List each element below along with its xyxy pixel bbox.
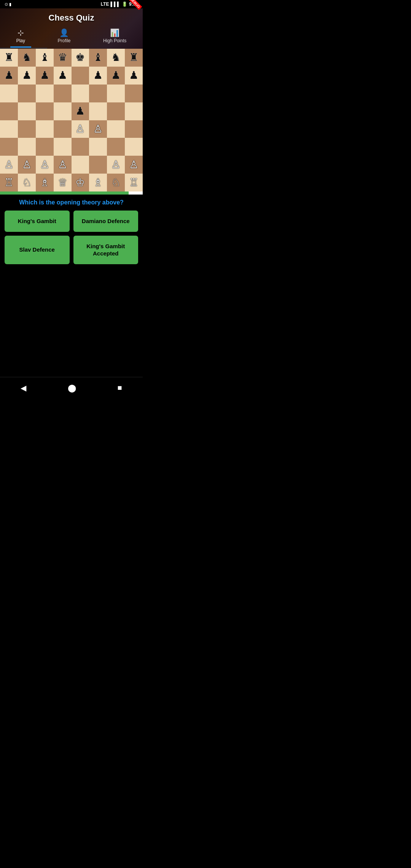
tab-highpoints[interactable]: 📊 High Points xyxy=(97,26,132,48)
cell-2-0 xyxy=(0,85,18,102)
cell-7-7: ♖ xyxy=(125,174,143,191)
cell-6-0: ♙ xyxy=(0,156,18,174)
piece-1-6: ♟ xyxy=(111,70,121,81)
cell-5-1 xyxy=(18,138,36,156)
cell-4-5: ♙ xyxy=(89,120,107,138)
cell-4-7 xyxy=(125,120,143,138)
recent-button[interactable]: ■ xyxy=(110,381,130,394)
piece-0-3: ♛ xyxy=(58,52,67,63)
cell-0-0: ♜ xyxy=(0,49,18,67)
cell-7-1: ♘ xyxy=(18,174,36,191)
cell-6-5 xyxy=(89,156,107,174)
play-icon: ⊹ xyxy=(18,28,24,37)
home-button[interactable]: ⬤ xyxy=(60,381,84,395)
answer-button-2[interactable]: Damiano Defence xyxy=(73,211,139,232)
status-left: ⊙ ▮ xyxy=(5,2,11,7)
cell-2-6 xyxy=(107,85,125,102)
cell-0-3: ♛ xyxy=(54,49,72,67)
cell-1-5: ♟ xyxy=(89,67,107,85)
bottom-nav: ◀ ⬤ ■ xyxy=(0,377,143,401)
piece-0-2: ♝ xyxy=(40,52,49,63)
cell-1-6: ♟ xyxy=(107,67,125,85)
piece-6-6: ♙ xyxy=(111,160,121,170)
tab-profile[interactable]: 👤 Profile xyxy=(51,26,76,48)
piece-7-6: ♘ xyxy=(111,177,121,188)
answer-button-1[interactable]: King's Gambit xyxy=(5,211,70,232)
cell-5-7 xyxy=(125,138,143,156)
cell-0-4: ♚ xyxy=(72,49,89,67)
piece-6-2: ♙ xyxy=(40,160,49,170)
cell-4-3 xyxy=(54,120,72,138)
chess-board: ♜♞♝♛♚♝♞♜♟♟♟♟♟♟♟♟♙♙♙♙♙♙♙♙♖♘♗♕♔♗♘♖ xyxy=(0,49,143,191)
tab-play[interactable]: ⊹ Play xyxy=(10,26,31,48)
nav-tabs: ⊹ Play 👤 Profile 📊 High Points xyxy=(0,26,143,48)
cell-5-2 xyxy=(36,138,54,156)
progress-bar-fill xyxy=(0,191,129,195)
cell-5-4 xyxy=(72,138,89,156)
piece-4-4: ♙ xyxy=(75,124,85,134)
signal-icon: ▌▌▌ xyxy=(110,2,120,7)
cell-3-2 xyxy=(36,102,54,120)
answer-button-3[interactable]: Slav Defence xyxy=(5,236,70,264)
cell-4-2 xyxy=(36,120,54,138)
cell-6-4 xyxy=(72,156,89,174)
answer-button-4[interactable]: King's Gambit Accepted xyxy=(73,236,139,264)
app-title: Chess Quiz xyxy=(0,11,143,26)
cell-3-5 xyxy=(89,102,107,120)
piece-7-5: ♗ xyxy=(93,177,103,188)
piece-3-4: ♟ xyxy=(75,106,85,116)
lte-icon: LTE xyxy=(101,2,109,7)
piece-6-3: ♙ xyxy=(58,160,67,170)
tab-highpoints-label: High Points xyxy=(103,38,126,43)
status-bar: ⊙ ▮ LTE ▌▌▌ 🔋 9:02 DEBUG xyxy=(0,0,143,8)
profile-icon: 👤 xyxy=(59,28,69,37)
cell-3-7 xyxy=(125,102,143,120)
cell-3-3 xyxy=(54,102,72,120)
piece-1-0: ♟ xyxy=(4,70,14,81)
cell-6-2: ♙ xyxy=(36,156,54,174)
cell-7-4: ♔ xyxy=(72,174,89,191)
cell-2-1 xyxy=(18,85,36,102)
cell-4-1 xyxy=(18,120,36,138)
piece-1-5: ♟ xyxy=(93,70,103,81)
cell-7-6: ♘ xyxy=(107,174,125,191)
cell-0-2: ♝ xyxy=(36,49,54,67)
cell-2-4 xyxy=(72,85,89,102)
piece-7-3: ♕ xyxy=(58,177,67,188)
tab-profile-label: Profile xyxy=(57,38,70,43)
cell-1-1: ♟ xyxy=(18,67,36,85)
cell-3-0 xyxy=(0,102,18,120)
answers-grid: King's Gambit Damiano Defence Slav Defen… xyxy=(0,211,143,270)
cell-6-1: ♙ xyxy=(18,156,36,174)
cell-6-7: ♙ xyxy=(125,156,143,174)
piece-7-2: ♗ xyxy=(40,177,49,188)
cell-7-2: ♗ xyxy=(36,174,54,191)
back-button[interactable]: ◀ xyxy=(13,381,34,395)
cell-7-3: ♕ xyxy=(54,174,72,191)
cell-0-7: ♜ xyxy=(125,49,143,67)
cell-2-7 xyxy=(125,85,143,102)
piece-1-2: ♟ xyxy=(40,70,49,81)
progress-bar-container xyxy=(0,191,143,195)
cell-6-3: ♙ xyxy=(54,156,72,174)
cell-6-6: ♙ xyxy=(107,156,125,174)
cell-0-1: ♞ xyxy=(18,49,36,67)
cell-1-4 xyxy=(72,67,89,85)
piece-4-5: ♙ xyxy=(93,124,103,134)
cell-1-3: ♟ xyxy=(54,67,72,85)
cell-3-4: ♟ xyxy=(72,102,89,120)
cell-4-4: ♙ xyxy=(72,120,89,138)
piece-0-4: ♚ xyxy=(75,52,85,63)
cell-1-0: ♟ xyxy=(0,67,18,85)
cell-5-3 xyxy=(54,138,72,156)
cell-2-2 xyxy=(36,85,54,102)
question-text: Which is the opening theory above? xyxy=(0,195,143,211)
tab-play-label: Play xyxy=(16,38,25,43)
cell-4-0 xyxy=(0,120,18,138)
piece-0-0: ♜ xyxy=(4,52,14,63)
chess-board-container: ♜♞♝♛♚♝♞♜♟♟♟♟♟♟♟♟♙♙♙♙♙♙♙♙♖♘♗♕♔♗♘♖ xyxy=(0,49,143,191)
highpoints-icon: 📊 xyxy=(110,28,119,37)
cell-5-6 xyxy=(107,138,125,156)
cell-2-3 xyxy=(54,85,72,102)
cell-7-0: ♖ xyxy=(0,174,18,191)
